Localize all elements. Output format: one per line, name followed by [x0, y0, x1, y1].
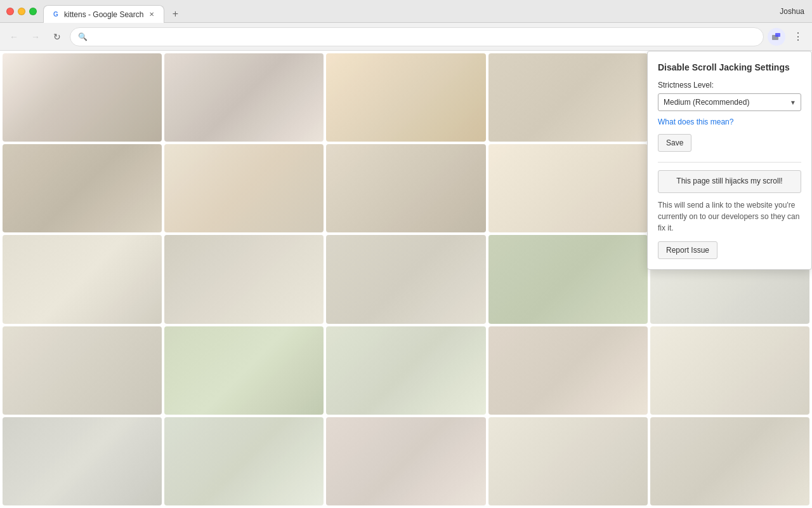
- help-link[interactable]: What does this mean?: [658, 117, 801, 126]
- kitten-image-17[interactable]: [164, 326, 324, 415]
- kitten-image-13[interactable]: [326, 235, 485, 323]
- kitten-image-16[interactable]: [3, 326, 162, 415]
- tab-close-button[interactable]: ✕: [147, 10, 156, 19]
- save-button[interactable]: Save: [658, 134, 691, 152]
- popup-title: Disable Scroll Jacking Settings: [658, 62, 801, 73]
- titlebar: G kittens - Google Search ✕ + Joshua: [0, 0, 812, 23]
- strictness-select-wrap: Low Medium (Recommended) High ▼: [658, 93, 801, 111]
- strictness-select[interactable]: Low Medium (Recommended) High: [658, 93, 801, 111]
- kitten-image-24[interactable]: [488, 417, 648, 505]
- kitten-image-4[interactable]: [488, 53, 648, 142]
- kitten-image-22[interactable]: [164, 417, 324, 505]
- kitten-image-6[interactable]: [3, 144, 162, 232]
- navbar: ← → ↻ 🔍 ⋮: [0, 23, 812, 51]
- maximize-button[interactable]: [29, 8, 37, 15]
- kitten-image-14[interactable]: [488, 235, 648, 323]
- kitten-image-18[interactable]: [326, 326, 485, 415]
- report-issue-button[interactable]: Report Issue: [658, 241, 717, 259]
- main-content: Disable Scroll Jacking Settings Strictne…: [0, 51, 812, 508]
- popup-description: This will send a link to the website you…: [658, 199, 801, 234]
- forward-button[interactable]: →: [27, 28, 44, 46]
- back-button[interactable]: ←: [5, 28, 23, 46]
- menu-button[interactable]: ⋮: [789, 28, 807, 46]
- tab-title: kittens - Google Search: [64, 10, 143, 19]
- kitten-image-20[interactable]: [650, 326, 809, 415]
- kitten-image-25[interactable]: [650, 417, 809, 505]
- tab-favicon: G: [51, 10, 60, 19]
- divider: [658, 162, 801, 163]
- traffic-lights: [0, 8, 37, 15]
- new-tab-button[interactable]: +: [167, 6, 183, 22]
- active-tab[interactable]: G kittens - Google Search ✕: [43, 5, 164, 23]
- kitten-image-21[interactable]: [3, 417, 162, 505]
- kitten-image-1[interactable]: [3, 53, 162, 142]
- extension-svg-icon: [771, 32, 782, 42]
- kitten-image-7[interactable]: [164, 144, 324, 232]
- scroll-jacking-popup: Disable Scroll Jacking Settings Strictne…: [647, 51, 812, 270]
- strictness-label: Strictness Level:: [658, 81, 801, 90]
- minimize-button[interactable]: [18, 8, 25, 15]
- kitten-image-9[interactable]: [488, 144, 648, 232]
- user-name: Joshua: [780, 7, 804, 16]
- kitten-image-23[interactable]: [326, 417, 485, 505]
- svg-rect-1: [775, 33, 780, 37]
- kitten-image-3[interactable]: [326, 53, 485, 142]
- tab-bar: G kittens - Google Search ✕ +: [43, 0, 183, 22]
- kitten-image-8[interactable]: [326, 144, 485, 232]
- kitten-image-12[interactable]: [164, 235, 324, 323]
- kitten-image-19[interactable]: [488, 326, 648, 415]
- search-icon: 🔍: [78, 32, 87, 41]
- hijack-report-button[interactable]: This page still hijacks my scroll!: [658, 170, 801, 193]
- reload-button[interactable]: ↻: [48, 28, 66, 46]
- close-button[interactable]: [6, 8, 14, 15]
- extension-icon[interactable]: [768, 28, 785, 46]
- kitten-image-2[interactable]: [164, 53, 324, 142]
- address-bar[interactable]: 🔍: [70, 27, 764, 46]
- kitten-image-11[interactable]: [3, 235, 162, 323]
